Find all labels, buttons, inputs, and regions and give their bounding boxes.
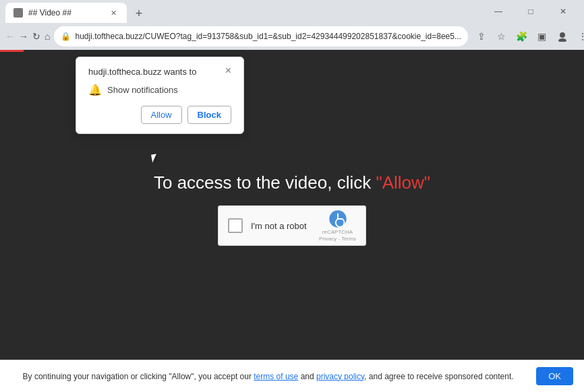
video-progress-fill (0, 50, 24, 52)
recaptcha-logo: reCAPTCHA Privacy - Terms (319, 209, 356, 242)
popup-header: hudji.toftheca.buzz wants to × (88, 67, 231, 77)
privacy-policy-link[interactable]: privacy policy (316, 372, 364, 381)
close-button[interactable]: ✕ (548, 0, 579, 23)
tab-close-button[interactable]: ✕ (108, 7, 119, 18)
lock-icon: 🔒 (61, 32, 71, 41)
active-tab[interactable]: ## Video ## ✕ (5, 3, 127, 23)
popup-title: hudji.toftheca.buzz wants to (88, 67, 196, 77)
recaptcha-checkbox[interactable] (228, 218, 243, 233)
maximize-button[interactable]: □ (515, 0, 546, 23)
address-bar[interactable]: 🔒 hudji.toftheca.buzz/CUWEO?tag_id=91375… (54, 26, 467, 46)
allow-button[interactable]: Allow (141, 106, 182, 124)
notification-popup: hudji.toftheca.buzz wants to × 🔔 Show no… (76, 57, 244, 134)
chrome-window: ## Video ## ✕ + — □ ✕ ← → ↻ ⌂ 🔒 hudji.to… (0, 0, 584, 392)
share-icon[interactable]: ⇪ (472, 27, 491, 46)
bottom-consent-bar: By continuing your navigation or clickin… (0, 360, 584, 392)
url-text: hudji.toftheca.buzz/CUWEO?tag_id=913758&… (75, 32, 461, 41)
recaptcha-widget[interactable]: I'm not a robot reCAPTCHA Privacy - Term… (218, 205, 366, 246)
bell-icon: 🔔 (88, 84, 102, 96)
video-center-content: To access to the video, click "Allow" I'… (154, 170, 430, 246)
toolbar: ← → ↻ ⌂ 🔒 hudji.toftheca.buzz/CUWEO?tag_… (0, 23, 584, 50)
forward-button[interactable]: → (19, 27, 28, 46)
refresh-button[interactable]: ↻ (32, 27, 40, 46)
consent-text: By continuing your navigation or clickin… (11, 372, 525, 381)
new-tab-button[interactable]: + (129, 4, 148, 23)
sidebar-icon[interactable]: ▣ (533, 27, 552, 46)
popup-permission-row: 🔔 Show notifications (88, 84, 231, 96)
title-bar: ## Video ## ✕ + — □ ✕ (0, 0, 584, 23)
page-area: To access to the video, click "Allow" I'… (0, 50, 584, 392)
permission-label: Show notifications (107, 85, 178, 95)
bookmark-icon[interactable]: ☆ (492, 27, 511, 46)
block-button[interactable]: Block (187, 106, 231, 124)
ok-button[interactable]: OK (536, 367, 573, 385)
popup-action-buttons: Allow Block (88, 106, 231, 124)
recaptcha-label: I'm not a robot (251, 221, 311, 231)
back-button[interactable]: ← (5, 27, 15, 46)
tab-favicon (13, 8, 23, 18)
tab-strip: ## Video ## ✕ + (5, 0, 480, 23)
minimize-button[interactable]: — (483, 0, 514, 23)
svg-point-0 (560, 32, 565, 38)
profile-icon[interactable] (553, 27, 572, 46)
recaptcha-sub: Privacy - Terms (319, 236, 356, 242)
popup-close-button[interactable]: × (225, 65, 231, 76)
terms-of-use-link[interactable]: terms of use (254, 372, 298, 381)
video-instruction-text: To access to the video, click "Allow" (154, 170, 430, 195)
video-progress-wrapper (0, 50, 584, 52)
svg-point-1 (558, 38, 566, 42)
toolbar-icons: ⇪ ☆ 🧩 ▣ ⋮ (472, 27, 584, 46)
window-controls: — □ ✕ (483, 0, 579, 23)
extensions-icon[interactable]: 🧩 (513, 27, 531, 46)
home-button[interactable]: ⌂ (45, 27, 50, 46)
tab-title: ## Video ## (28, 8, 103, 18)
more-menu-icon[interactable]: ⋮ (573, 27, 584, 46)
recaptcha-branding: reCAPTCHA (322, 229, 353, 236)
